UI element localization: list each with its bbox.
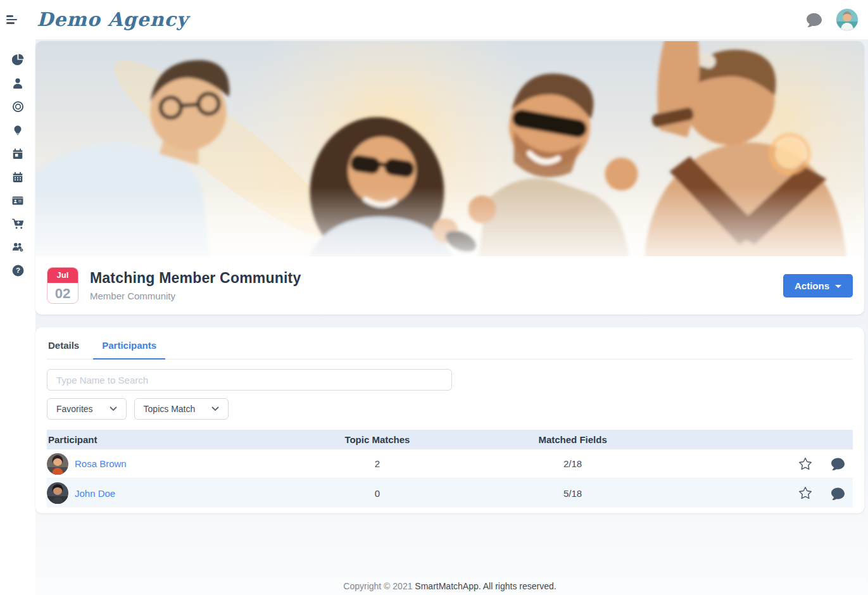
sidebar-item-help[interactable]: ? (5, 259, 30, 282)
message-icon[interactable] (831, 457, 845, 470)
event-card: Jul 02 Matching Member Community Member … (35, 41, 864, 315)
agency-logo: Demo Agency (37, 10, 188, 29)
chevron-down-icon (110, 406, 117, 411)
sidebar-item-dashboard[interactable] (5, 48, 30, 72)
participant-avatar (47, 453, 68, 475)
calendar-day-icon (12, 148, 23, 160)
table-row: Rosa Brown 2 2/18 (47, 449, 853, 479)
svg-text:?: ? (15, 266, 20, 274)
participant-name-link[interactable]: John Doe (75, 488, 115, 499)
favorite-star-icon[interactable] (798, 486, 813, 500)
event-date-badge: Jul 02 (47, 267, 79, 304)
favorite-star-icon[interactable] (798, 457, 813, 471)
copyright-brand: SmartMatchApp. All rights reserved. (415, 581, 556, 591)
chat-bubble-icon[interactable] (806, 12, 822, 27)
column-header-matched-fields: Matched Fields (442, 434, 704, 445)
participants-table: Participant Topic Matches Matched Fields (47, 430, 853, 508)
help-circle-icon: ? (12, 265, 24, 277)
page-subtitle: Member Community (90, 291, 772, 301)
sidebar-item-events[interactable] (5, 142, 30, 165)
sidebar: ? (0, 39, 35, 595)
sidebar-item-matches[interactable] (5, 95, 30, 118)
page-title: Matching Member Community (90, 270, 772, 287)
matched-fields-value: 2/18 (442, 458, 704, 469)
participant-avatar (47, 482, 68, 504)
search-input[interactable] (47, 369, 452, 391)
column-header-topic-matches: Topic Matches (313, 434, 442, 445)
sidebar-item-store[interactable] (5, 212, 30, 235)
user-icon (12, 78, 23, 89)
copyright-text: Copyright © 2021 (343, 581, 415, 591)
tab-details[interactable]: Details (47, 331, 88, 360)
table-header-row: Participant Topic Matches Matched Fields (47, 430, 853, 449)
pie-chart-icon (12, 54, 24, 66)
id-card-icon (11, 195, 24, 206)
sidebar-item-members[interactable] (5, 72, 30, 95)
user-avatar[interactable] (836, 9, 858, 30)
topics-match-filter-dropdown[interactable]: Topics Match (134, 398, 229, 420)
hamburger-icon[interactable] (6, 13, 23, 27)
participants-card: Details Participants Favorites Topics Ma… (35, 327, 864, 513)
bullseye-icon (12, 101, 24, 113)
main-content: Jul 02 Matching Member Community Member … (35, 39, 868, 595)
tab-participants[interactable]: Participants (93, 331, 165, 360)
caret-down-icon (835, 285, 841, 288)
topic-matches-value: 0 (313, 488, 442, 499)
top-navbar: Demo Agency (0, 0, 868, 39)
lightbulb-icon (13, 125, 23, 136)
event-date-day: 02 (47, 283, 78, 304)
event-date-month: Jul (47, 268, 78, 283)
tab-bar: Details Participants (47, 331, 853, 360)
sidebar-item-memberships[interactable] (5, 189, 30, 212)
table-row: John Doe 0 5/18 (47, 479, 853, 508)
copyright-footer: Copyright © 2021 SmartMatchApp. All righ… (35, 581, 864, 591)
message-icon[interactable] (831, 487, 845, 500)
sidebar-item-calendar[interactable] (5, 165, 30, 189)
sidebar-item-community[interactable] (5, 235, 30, 259)
sidebar-item-introductions[interactable] (5, 118, 30, 142)
favorites-filter-dropdown[interactable]: Favorites (47, 398, 127, 420)
calendar-grid-icon (12, 172, 23, 183)
matched-fields-value: 5/18 (442, 488, 704, 499)
chevron-down-icon (211, 406, 219, 411)
participant-name-link[interactable]: Rosa Brown (75, 458, 127, 469)
hero-image (35, 41, 864, 256)
users-gear-icon (11, 242, 25, 253)
actions-button[interactable]: Actions (783, 274, 853, 298)
topic-matches-value: 2 (313, 458, 442, 469)
column-header-participant: Participant (47, 434, 313, 445)
cart-plus-icon (12, 218, 24, 230)
